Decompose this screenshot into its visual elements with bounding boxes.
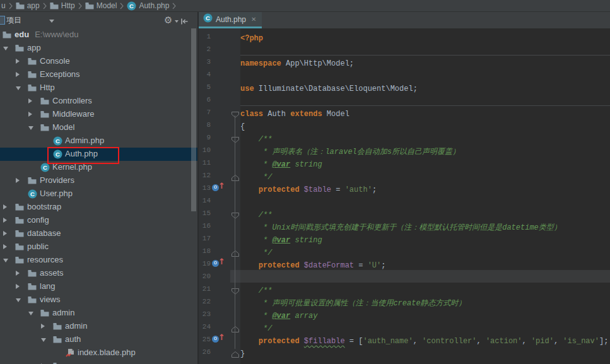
tree-item-controllers[interactable]: Controllers [0, 95, 199, 108]
code-line[interactable]: /** [240, 285, 272, 297]
chevron-down-icon[interactable] [175, 20, 179, 23]
fold-end-icon[interactable] [232, 175, 239, 181]
expand-arrow-icon[interactable] [28, 125, 33, 130]
code-line[interactable]: protected $table = 'auth'; [240, 184, 377, 196]
code-line[interactable]: */ [240, 322, 272, 335]
collapse-arrow-icon[interactable] [41, 324, 45, 329]
tree-item-views[interactable]: views [0, 293, 199, 307]
breadcrumb-item-auth-php[interactable]: CAuth.php [127, 0, 169, 11]
code-line[interactable]: /** [240, 133, 272, 146]
tab-close-icon[interactable]: ✕ [251, 16, 256, 23]
code-line[interactable]: * @var string [240, 234, 322, 247]
folder-icon [28, 177, 37, 185]
code-line[interactable]: * 声明表名（注：laravel会自动加s所以自己声明覆盖） [240, 146, 460, 158]
tree-item-partial[interactable] [0, 360, 199, 364]
expand-arrow-icon[interactable] [3, 45, 8, 50]
code-line[interactable]: * @var array [240, 310, 317, 322]
breadcrumb-item-http[interactable]: Http [50, 0, 75, 11]
code-line[interactable]: class Auth extends Model [240, 108, 349, 120]
collapse-arrow-icon[interactable] [3, 231, 7, 236]
folder-icon [28, 296, 37, 304]
tree-item-user-php[interactable]: CUser.php [0, 187, 199, 201]
tree-item-admin-php[interactable]: CAdmin.php [0, 134, 199, 148]
tree-item-resources[interactable]: resources [0, 254, 199, 267]
expand-arrow-icon[interactable] [3, 257, 8, 262]
ide-window: uappHttpModelCAuth.php 项目 ⚙ eduE:\www\ed… [0, 0, 610, 364]
tree-item-providers[interactable]: Providers [0, 174, 199, 187]
expand-arrow-icon[interactable] [28, 310, 33, 315]
code-line[interactable]: /** [240, 209, 272, 221]
collapse-arrow-icon[interactable] [3, 244, 7, 249]
tree-item-auth[interactable]: auth [0, 333, 199, 346]
collapse-arrow-icon[interactable] [3, 204, 7, 209]
tree-item-exceptions[interactable]: Exceptions [0, 68, 199, 81]
tab-auth-php[interactable]: C Auth.php ✕ [199, 12, 262, 28]
project-panel-title[interactable]: 项目 [6, 15, 21, 26]
tree-item-label: bootstrap [27, 202, 61, 211]
fold-end-icon[interactable] [232, 351, 239, 358]
project-root-path: E:\www\edu [35, 30, 78, 39]
folder-icon [15, 256, 24, 264]
tree-item-middleware[interactable]: Middleware [0, 108, 199, 121]
code-line[interactable]: protected $fillable = ['auth_name', 'con… [240, 335, 608, 348]
tree-item-app[interactable]: app [0, 42, 199, 55]
breadcrumb-item-u[interactable]: u [1, 0, 6, 11]
tree-item-public[interactable]: public [0, 240, 199, 254]
code-line[interactable]: * 声明可批量设置的属性（注：当使用create静态方式时） [240, 297, 466, 310]
code-line[interactable]: use Illuminate\Database\Eloquent\Model; [240, 83, 418, 95]
tree-item-admin[interactable]: admin [0, 307, 199, 320]
tree-item-lang[interactable]: lang [0, 280, 199, 293]
override-gutter-icon[interactable]: o↑ [212, 183, 228, 193]
tree-item-bootstrap[interactable]: bootstrap [0, 201, 199, 214]
chevron-down-icon[interactable] [49, 20, 54, 23]
tree-item-config[interactable]: config [0, 214, 199, 227]
expand-arrow-icon[interactable] [41, 337, 46, 342]
tree-item-index-blade-php[interactable]: index.blade.php [0, 346, 199, 360]
collapse-arrow-icon[interactable] [3, 218, 7, 223]
collapse-arrow-icon[interactable] [16, 271, 20, 276]
tree-item-label: resources [27, 255, 63, 264]
code-line[interactable]: * Unix时间戳形式填充创建于和更新于（注：模型默认托管时间但是是dateti… [240, 221, 561, 234]
blade-file-icon [66, 348, 75, 358]
collapse-arrow-icon[interactable] [16, 284, 20, 289]
code-line[interactable]: */ [240, 171, 272, 184]
line-number: 17 [199, 232, 211, 245]
expand-arrow-icon[interactable] [16, 297, 21, 302]
code-editor[interactable]: 1234567891011121314151617181920212223242… [199, 28, 610, 364]
tree-item-http[interactable]: Http [0, 81, 199, 95]
fold-start-icon[interactable] [232, 112, 239, 118]
tree-item-model[interactable]: Model [0, 121, 199, 134]
fold-start-icon[interactable] [232, 137, 239, 143]
code-line[interactable]: protected $dateFormat = 'U'; [240, 259, 385, 272]
tree-scrollbar[interactable] [191, 28, 196, 211]
code-line[interactable]: <?php [240, 32, 263, 45]
svg-text:C: C [56, 138, 60, 144]
fold-start-icon[interactable] [232, 213, 239, 219]
tree-item-assets[interactable]: assets [0, 267, 199, 280]
breadcrumb-item-model[interactable]: Model [85, 0, 117, 11]
override-gutter-icon[interactable]: o↑ [212, 259, 228, 269]
collapse-arrow-icon[interactable] [16, 59, 20, 64]
breadcrumb-item-app[interactable]: app [16, 0, 40, 11]
code-line[interactable]: */ [240, 247, 272, 259]
collapse-arrow-icon[interactable] [16, 178, 20, 183]
fold-end-icon[interactable] [232, 250, 239, 257]
code-line[interactable]: namespace App\Http\Model; [240, 57, 354, 70]
tree-item-edu[interactable]: eduE:\www\edu [0, 28, 199, 42]
code-line[interactable]: * @var string [240, 158, 322, 171]
tree-item-admin[interactable]: admin [0, 320, 199, 333]
settings-gear-icon[interactable]: ⚙ [164, 15, 172, 26]
fold-start-icon[interactable] [232, 288, 239, 295]
folder-icon [53, 336, 62, 344]
tree-item-console[interactable]: Console [0, 55, 199, 68]
override-gutter-icon[interactable]: o↑ [212, 334, 228, 344]
collapse-arrow-icon[interactable] [28, 112, 32, 117]
hide-panel-icon[interactable] [180, 16, 189, 28]
fold-end-icon[interactable] [232, 326, 239, 332]
collapse-arrow-icon[interactable] [28, 98, 32, 103]
collapse-arrow-icon[interactable] [16, 72, 20, 77]
code-line[interactable]: } [240, 348, 245, 360]
expand-arrow-icon[interactable] [16, 85, 21, 90]
tree-item-database[interactable]: database [0, 227, 199, 240]
code-line[interactable]: { [240, 120, 245, 133]
